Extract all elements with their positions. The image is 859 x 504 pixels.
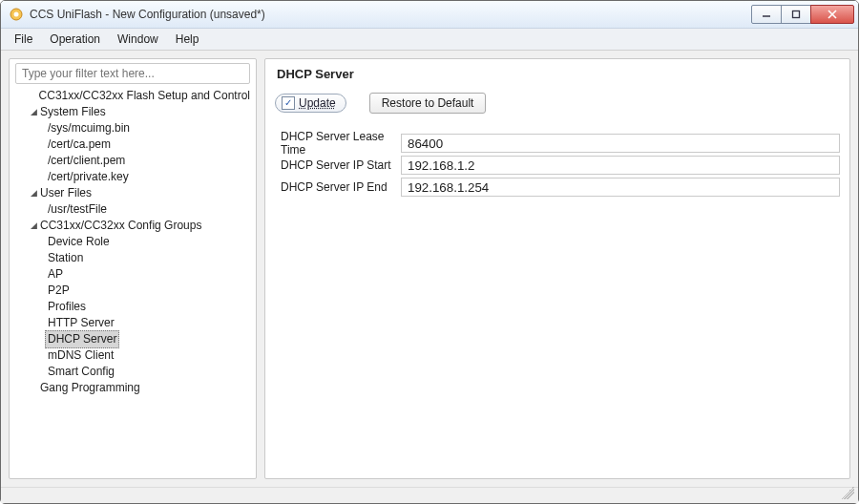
sidebar-panel: CC31xx/CC32xx Flash Setup and Control◢Sy… (9, 58, 257, 479)
svg-rect-3 (793, 11, 800, 18)
setting-input[interactable] (401, 156, 840, 175)
tree-item-label: DHCP Server (45, 330, 119, 348)
tree-item-label: /sys/mcuimg.bin (48, 120, 130, 136)
settings-form: DHCP Server Lease TimeDHCP Server IP Sta… (275, 133, 840, 199)
tree-item[interactable]: Device Role (15, 234, 250, 250)
setting-input[interactable] (401, 178, 840, 197)
main-panel: DHCP Server Update Restore to Default DH… (264, 58, 850, 479)
tree-item[interactable]: /cert/ca.pem (15, 136, 250, 153)
tree-item[interactable]: /cert/client.pem (15, 153, 250, 169)
update-button-label: Update (299, 96, 336, 110)
tree-item-label: Station (48, 250, 83, 266)
resize-grip-icon[interactable] (841, 486, 854, 499)
tree-item-label: Device Role (48, 234, 110, 250)
tree-item[interactable]: DHCP Server (15, 331, 250, 347)
tree-item-label: mDNS Client (48, 347, 114, 364)
tree-item[interactable]: /usr/testFile (15, 201, 250, 218)
nav-tree: CC31xx/CC32xx Flash Setup and Control◢Sy… (15, 88, 250, 396)
titlebar: CCS UniFlash - New Configuration (unsave… (1, 1, 858, 29)
setting-input[interactable] (401, 134, 840, 153)
tree-item[interactable]: AP (15, 266, 250, 283)
close-button[interactable] (810, 5, 854, 24)
menu-help[interactable]: Help (168, 31, 207, 48)
minimize-button[interactable] (751, 5, 782, 24)
tree-item-label: AP (48, 266, 63, 283)
setting-label: DHCP Server Lease Time (275, 130, 401, 157)
tree-item-label: Gang Programming (40, 380, 140, 396)
update-button[interactable]: Update (275, 94, 346, 113)
tree-item-label: Profiles (48, 299, 86, 315)
tree-item-label: /cert/private.key (48, 169, 129, 185)
filter-input[interactable] (15, 63, 250, 84)
tree-item-label: /cert/client.pem (48, 153, 125, 169)
tree-item[interactable]: mDNS Client (15, 347, 250, 364)
statusbar (1, 487, 858, 503)
page-title: DHCP Server (277, 67, 840, 81)
setting-label: DHCP Server IP Start (275, 158, 401, 172)
collapse-icon[interactable]: ◢ (29, 218, 38, 234)
setting-label: DHCP Server IP End (275, 180, 401, 194)
window-controls (752, 5, 854, 24)
window-title: CCS UniFlash - New Configuration (unsave… (30, 8, 265, 21)
tree-item-label: CC31xx/CC32xx Flash Setup and Control (39, 88, 250, 104)
tree-item-label: /usr/testFile (48, 201, 107, 218)
setting-row: DHCP Server IP Start (275, 154, 840, 177)
collapse-icon[interactable]: ◢ (29, 185, 38, 201)
client-area: CC31xx/CC32xx Flash Setup and Control◢Sy… (1, 51, 858, 487)
tree-item[interactable]: P2P (15, 283, 250, 299)
menu-operation[interactable]: Operation (42, 31, 108, 48)
tree-item[interactable]: /cert/private.key (15, 169, 250, 185)
restore-default-button[interactable]: Restore to Default (369, 93, 487, 114)
tree-item[interactable]: Profiles (15, 299, 250, 315)
tree-item[interactable]: Smart Config (15, 364, 250, 380)
tree-item[interactable]: Station (15, 250, 250, 266)
update-checkbox-icon (282, 96, 295, 110)
tree-item[interactable]: CC31xx/CC32xx Flash Setup and Control (15, 88, 250, 104)
setting-row: DHCP Server IP End (275, 176, 840, 199)
tree-item-label: HTTP Server (48, 315, 115, 331)
tree-item[interactable]: ◢User Files (15, 185, 250, 201)
tree-item-label: P2P (48, 283, 70, 299)
app-window: CCS UniFlash - New Configuration (unsave… (0, 0, 859, 504)
menubar: File Operation Window Help (1, 29, 858, 51)
setting-row: DHCP Server Lease Time (275, 132, 840, 155)
tree-item[interactable]: /sys/mcuimg.bin (15, 120, 250, 136)
menu-window[interactable]: Window (110, 31, 166, 48)
tree-item[interactable]: Gang Programming (15, 380, 250, 396)
tree-item-label: User Files (40, 185, 92, 201)
collapse-icon[interactable]: ◢ (29, 104, 38, 120)
tree-item-label: Smart Config (48, 364, 115, 380)
tree-item[interactable]: ◢System Files (15, 104, 250, 120)
svg-point-1 (14, 12, 19, 17)
tree-item[interactable]: HTTP Server (15, 315, 250, 331)
maximize-button[interactable] (781, 5, 811, 24)
tree-item-label: /cert/ca.pem (48, 136, 111, 153)
menu-file[interactable]: File (7, 31, 40, 48)
tree-item[interactable]: ◢CC31xx/CC32xx Config Groups (15, 218, 250, 234)
tree-item-label: CC31xx/CC32xx Config Groups (40, 218, 201, 234)
tree-item-label: System Files (40, 104, 106, 120)
app-icon (9, 7, 24, 22)
